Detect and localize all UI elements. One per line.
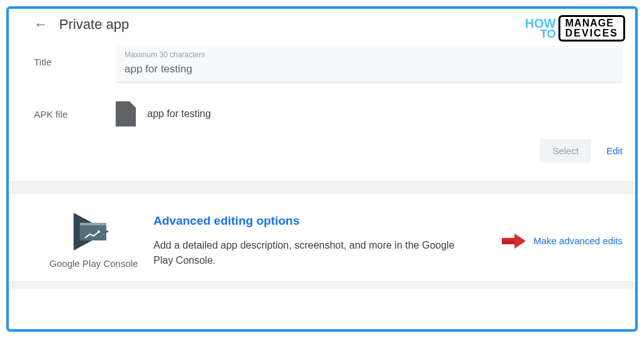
edit-link[interactable]: Edit xyxy=(606,145,623,156)
apk-file-label: APK file xyxy=(34,109,116,120)
red-arrow-annotation xyxy=(502,235,527,247)
advanced-editing-description: Add a detailed app description, screensh… xyxy=(153,238,455,268)
logo-devices-text: DEVICES xyxy=(565,28,618,38)
howto-manage-devices-logo: HOW TO MANAGE DEVICES xyxy=(523,14,628,43)
title-input-hint: Maximum 30 characters xyxy=(125,50,205,59)
make-advanced-edits-link[interactable]: Make advanced edits xyxy=(533,235,623,246)
play-console-text: Google Play Console xyxy=(34,258,153,269)
back-arrow-icon[interactable]: ← xyxy=(34,16,48,33)
title-label: Title xyxy=(34,45,116,67)
apk-file-name: app for testing xyxy=(147,108,211,120)
bottom-divider xyxy=(9,281,635,289)
file-icon xyxy=(116,101,136,127)
logo-manage-text: MANAGE xyxy=(565,18,618,28)
svg-point-0 xyxy=(97,230,100,233)
page-title: Private app xyxy=(59,16,129,33)
logo-to-text: TO xyxy=(540,29,556,39)
select-button[interactable]: Select xyxy=(540,139,591,162)
advanced-editing-title: Advanced editing options xyxy=(153,214,489,228)
section-divider xyxy=(9,181,635,194)
play-console-logo: Google Play Console xyxy=(34,213,153,269)
